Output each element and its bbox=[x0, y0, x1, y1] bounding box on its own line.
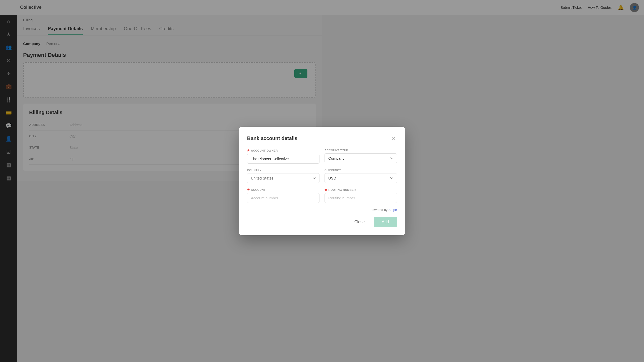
form-row-2: COUNTRY United States CURRENCY USD bbox=[247, 169, 322, 181]
modal-header: Bank account details ✕ bbox=[247, 135, 322, 142]
form-row-1: ★ ACCOUNT OWNER ACCOUNT TYPE Company Ind… bbox=[247, 149, 322, 164]
account-owner-group: ★ ACCOUNT OWNER bbox=[247, 149, 319, 164]
bank-account-modal: Bank account details ✕ ★ ACCOUNT OWNER A… bbox=[239, 127, 322, 181]
account-owner-input[interactable] bbox=[247, 154, 319, 164]
country-label: COUNTRY bbox=[247, 169, 319, 172]
modal-title: Bank account details bbox=[247, 135, 297, 141]
required-star-1: ★ bbox=[247, 149, 250, 152]
country-select[interactable]: United States bbox=[247, 173, 319, 181]
country-group: COUNTRY United States bbox=[247, 169, 319, 181]
modal-overlay[interactable]: Bank account details ✕ ★ ACCOUNT OWNER A… bbox=[0, 0, 322, 181]
account-owner-label: ★ ACCOUNT OWNER bbox=[247, 149, 319, 152]
